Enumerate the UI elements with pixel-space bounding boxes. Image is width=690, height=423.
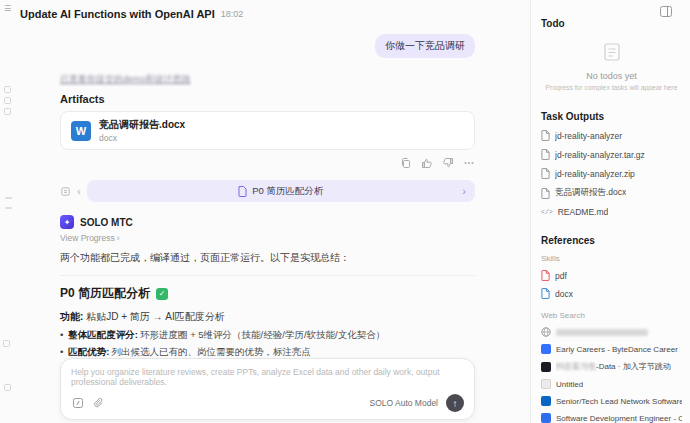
favicon — [541, 344, 551, 354]
send-button[interactable]: ↑ — [446, 394, 464, 412]
favicon — [541, 396, 551, 406]
main-area: Update AI Functions with OpenAI API 18:0… — [16, 0, 530, 423]
rail-mark-icon — [5, 197, 12, 199]
feature-term: 功能: — [60, 311, 83, 322]
timestamp: 18:02 — [221, 9, 244, 19]
artifact-nav-label: P0 简历匹配分析 — [252, 185, 323, 198]
message-actions — [60, 156, 475, 169]
todo-empty-state: No todos yet Progress for complex tasks … — [541, 41, 682, 91]
rail-mark-icon — [4, 384, 11, 391]
agent-header: ✦ SOLO MTC — [60, 215, 475, 229]
left-rail: ☰ — [0, 0, 16, 423]
model-selector[interactable]: SOLO Auto Model — [369, 398, 438, 408]
chevron-right-icon: › — [117, 233, 120, 243]
artifact-type: docx — [99, 133, 185, 143]
rail-mark-icon — [5, 207, 12, 209]
web-result-item[interactable]: Software Development Engineer - Cloud ..… — [541, 413, 682, 423]
task-output-item[interactable]: jd-reality-analyzer — [541, 130, 682, 141]
arrow-up-icon: ↑ — [453, 398, 458, 409]
favicon — [541, 379, 551, 389]
file-icon — [541, 168, 550, 179]
view-progress-link[interactable]: View Progress › — [60, 233, 475, 243]
web-result-label: 抖音实习生-Data · 加入字节跳动 — [556, 361, 671, 372]
redacted-text — [556, 329, 648, 336]
web-result-item[interactable] — [541, 327, 682, 337]
artifact-nav-pill[interactable]: P0 简历匹配分析 › — [87, 180, 475, 202]
references-heading: References — [541, 235, 682, 246]
user-message-row: 你做一下竞品调研 — [60, 34, 475, 58]
skill-item[interactable]: pdf — [541, 270, 682, 281]
artifacts-heading: Artifacts — [60, 93, 475, 105]
todo-heading: Todo — [541, 18, 682, 29]
context-link[interactable]: 已查看你提交的demo和设计思路 — [60, 73, 191, 86]
task-output-item[interactable]: jd-reality-analyzer.zip — [541, 168, 682, 179]
globe-icon — [541, 327, 551, 337]
thumbs-down-icon[interactable] — [441, 156, 454, 169]
artifact-nav-row: ‹ P0 简历匹配分析 › — [60, 180, 475, 202]
doc-icon — [238, 186, 247, 197]
task-outputs-heading: Task Outputs — [541, 111, 682, 122]
sidebar-toggle-icon[interactable] — [660, 6, 672, 17]
web-result-item[interactable]: Early Careers - ByteDance Career — [541, 344, 682, 354]
code-icon: </> — [541, 209, 553, 216]
divider — [60, 275, 475, 276]
file-icon — [541, 188, 550, 199]
task-output-item[interactable]: 竞品调研报告.docx — [541, 187, 682, 199]
agent-name: SOLO MTC — [80, 217, 133, 228]
pdf-file-icon — [541, 270, 550, 281]
bullet-item: 整体匹配度评分:环形进度圈 + 5维评分（技能/经验/学历/软技能/文化契合） — [60, 329, 475, 341]
artifact-title: 竞品调研报告.docx — [99, 118, 185, 132]
artifact-card[interactable]: W 竞品调研报告.docx docx — [60, 111, 475, 150]
versions-icon[interactable] — [60, 186, 71, 197]
web-search-label: Web Search — [541, 311, 682, 320]
rail-mark-icon — [3, 340, 10, 347]
right-sidebar: Todo No todos yet Progress for complex t… — [530, 0, 690, 423]
composer-input[interactable] — [71, 367, 464, 393]
task-output-item[interactable]: </> README.md — [541, 207, 682, 217]
prev-artifact-icon[interactable]: ‹ — [77, 186, 81, 197]
topbar: Update AI Functions with OpenAI API 18:0… — [16, 0, 530, 20]
favicon — [541, 413, 551, 423]
rail-mark-icon — [4, 108, 11, 115]
copy-icon[interactable] — [399, 156, 412, 169]
web-result-item[interactable]: Senior/Tech Lead Network Software Deve..… — [541, 396, 682, 406]
app-menu-icon[interactable]: ☰ — [4, 5, 11, 13]
summary-text: 两个功能都已完成，编译通过，页面正常运行。以下是实现总结： — [60, 251, 475, 265]
user-message-bubble: 你做一下竞品调研 — [375, 34, 475, 58]
composer-toolbar: SOLO Auto Model ↑ — [71, 394, 464, 412]
file-icon — [541, 130, 550, 141]
web-result-item[interactable]: 抖音实习生-Data · 加入字节跳动 — [541, 361, 682, 372]
skills-label: Skills — [541, 254, 682, 263]
todo-empty-desc: Progress for complex tasks will appear h… — [541, 84, 682, 91]
skill-item[interactable]: docx — [541, 288, 682, 299]
success-check-icon: ✓ — [156, 288, 168, 300]
todo-empty-title: No todos yet — [541, 71, 682, 81]
composer: SOLO Auto Model ↑ — [60, 358, 475, 420]
rail-mark-icon — [4, 97, 11, 104]
section-heading: P0 简历匹配分析 — [60, 285, 150, 302]
thumbs-up-icon[interactable] — [420, 156, 433, 169]
favicon — [541, 362, 551, 372]
artifact-info: 竞品调研报告.docx docx — [99, 118, 185, 143]
attach-icon[interactable] — [92, 397, 105, 410]
slash-command-icon[interactable] — [71, 397, 84, 410]
bullet-item: 匹配优势:列出候选人已有的、岗位需要的优势，标注亮点 — [60, 346, 475, 358]
todo-empty-icon — [601, 41, 623, 63]
more-icon[interactable] — [462, 156, 475, 169]
section-heading-row: P0 简历匹配分析 ✓ — [60, 285, 475, 302]
task-output-item[interactable]: jd-reality-analyzer.tar.gz — [541, 149, 682, 160]
docx-file-icon — [541, 288, 550, 299]
chat-content: 你做一下竞品调研 已查看你提交的demo和设计思路 Artifacts W 竞品… — [60, 24, 475, 423]
file-icon — [541, 149, 550, 160]
view-progress-label: View Progress — [60, 233, 115, 243]
rail-mark-icon — [4, 86, 11, 93]
solo-logo-icon: ✦ — [60, 215, 74, 229]
web-result-item[interactable]: Untitled — [541, 379, 682, 389]
word-file-icon: W — [71, 121, 91, 141]
feature-line: 功能: 粘贴JD + 简历 → AI匹配度分析 — [60, 310, 475, 324]
feature-desc: 粘贴JD + 简历 → AI匹配度分析 — [86, 311, 225, 322]
next-artifact-icon[interactable]: › — [462, 185, 466, 197]
page-title: Update AI Functions with OpenAI API — [20, 8, 215, 20]
